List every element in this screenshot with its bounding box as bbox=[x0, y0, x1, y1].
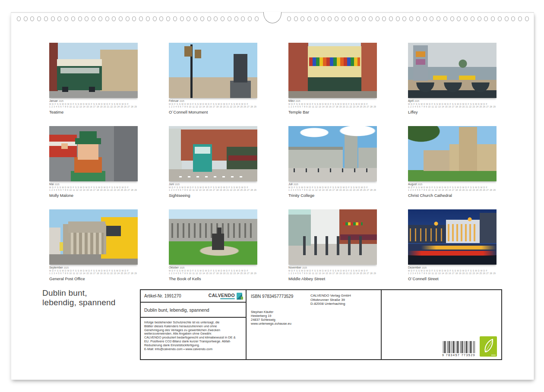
month-title: O´Connell Monument bbox=[169, 110, 257, 114]
photo-juni bbox=[169, 126, 257, 181]
binding-hole bbox=[300, 16, 304, 21]
binding-hole bbox=[139, 16, 143, 21]
isbn-text: ISBN 9783457773529 bbox=[251, 294, 293, 299]
binding-hole bbox=[396, 16, 400, 21]
binding-hole bbox=[294, 16, 298, 21]
binding-hole bbox=[498, 16, 502, 21]
photo-april bbox=[408, 43, 497, 98]
mini-calendar-days: 1 2 3 4 5 6 7 8 9 10 11 12 13 14 15 16 1… bbox=[408, 189, 497, 191]
binding-hole bbox=[241, 16, 245, 21]
calvendo-calendar-icon bbox=[237, 293, 242, 300]
binding-hole bbox=[221, 16, 225, 21]
month-name: Februar bbox=[169, 99, 179, 102]
binding-holes-right bbox=[287, 16, 529, 21]
month-year: 2025 bbox=[54, 183, 59, 186]
month-title: General Post Office bbox=[49, 276, 138, 281]
month-name: April bbox=[408, 99, 414, 102]
binding-hole bbox=[44, 16, 48, 21]
photo-juli bbox=[288, 126, 377, 181]
month-title: Liffey bbox=[408, 110, 497, 114]
binding-hole bbox=[436, 16, 440, 21]
binding-hole bbox=[105, 16, 109, 21]
month-name: Juni bbox=[169, 183, 174, 186]
binding-hole bbox=[234, 16, 238, 21]
binding-hole bbox=[355, 16, 359, 21]
binding-hole bbox=[173, 16, 177, 21]
binding-hole bbox=[159, 16, 163, 21]
imprint-middle-column: ISBN 9783457773529 CALVENDO Verlag GmbH … bbox=[247, 290, 382, 359]
month-name: März bbox=[288, 99, 294, 102]
month-name: August bbox=[408, 183, 417, 186]
binding-hole bbox=[57, 16, 61, 21]
binding-hole bbox=[248, 16, 252, 21]
photo-dezember bbox=[408, 209, 497, 265]
binding-hole bbox=[37, 16, 41, 21]
binding-hole bbox=[328, 16, 332, 21]
binding-hole bbox=[180, 16, 184, 21]
month-name: Mai bbox=[49, 183, 54, 186]
month-year: 2025 bbox=[59, 100, 63, 102]
month-cell: April2025 M D F S S M D M D F S S M D M … bbox=[408, 43, 497, 115]
mini-calendar-days: 1 2 3 4 5 6 7 8 9 10 11 12 13 14 15 16 1… bbox=[169, 105, 257, 108]
mini-calendar-days: 1 2 3 4 5 6 7 8 9 10 11 12 13 14 15 16 1… bbox=[288, 272, 377, 275]
binding-hole bbox=[369, 16, 373, 21]
binding-hole bbox=[409, 16, 413, 21]
month-cell: Oktober2025 M D F S S M D M D F S S M D … bbox=[169, 209, 257, 282]
month-name: September bbox=[49, 266, 63, 269]
binding-hole bbox=[200, 16, 204, 21]
photo-september bbox=[49, 209, 138, 265]
page-title: Dublin bunt, lebendig, spannend bbox=[42, 288, 115, 307]
legal-text: Infolge bestehender Schutzrechte ist es … bbox=[141, 318, 246, 359]
mini-calendar-days: 1 2 3 4 5 6 7 8 9 10 11 12 13 14 15 16 1… bbox=[49, 105, 138, 108]
month-year: 2025 bbox=[175, 183, 180, 186]
binding-hole bbox=[342, 16, 345, 21]
calvendo-logo-text: CALVENDO bbox=[209, 293, 235, 298]
month-name: Januar bbox=[49, 99, 58, 102]
binding-hole bbox=[457, 16, 461, 21]
binding-hole bbox=[362, 16, 366, 21]
month-title: Teatime bbox=[49, 110, 138, 114]
month-cell: Dezember2025 M D F S S M D M D F S S M D… bbox=[408, 209, 497, 282]
binding-hole bbox=[307, 16, 311, 21]
month-cell: November2025 M D F S S M D M D F S S M D… bbox=[288, 209, 377, 282]
binding-hole bbox=[484, 16, 488, 21]
binding-hole bbox=[511, 16, 515, 21]
binding-hole bbox=[478, 16, 481, 21]
calvendo-logo: CALVENDO bbox=[209, 293, 242, 300]
binding-hole bbox=[153, 16, 157, 21]
barcode-digits: 9 783457 773529 bbox=[442, 354, 475, 357]
binding-hole bbox=[255, 16, 259, 21]
binding-hole bbox=[193, 16, 197, 21]
mini-calendar-days: 1 2 3 4 5 6 7 8 9 10 11 12 13 14 15 16 1… bbox=[169, 189, 257, 191]
imprint-box: Artikel-Nr. 1991270 CALVENDO Dublin bunt… bbox=[140, 289, 502, 360]
binding-hole bbox=[471, 16, 474, 21]
month-cell: Februar2025 M D F S S M D M D F S S M D … bbox=[169, 43, 257, 115]
publisher-address: CALVENDO Verlag GmbH Ottobrunner Straße … bbox=[310, 294, 351, 306]
binding-hole bbox=[30, 16, 34, 21]
month-name: Juli bbox=[288, 183, 293, 186]
photo-maerz bbox=[288, 43, 377, 98]
mini-calendar-days: 1 2 3 4 5 6 7 8 9 10 11 12 13 14 15 16 1… bbox=[49, 272, 138, 275]
binding-hole bbox=[464, 16, 468, 21]
month-cell: August2025 M D F S S M D M D F S S M D M… bbox=[408, 126, 497, 199]
binding-hole bbox=[505, 16, 509, 21]
binding-hole bbox=[166, 16, 170, 21]
binding-hole bbox=[430, 16, 433, 21]
month-title: Molly Malone bbox=[49, 193, 138, 198]
month-title: Christ Church Cathedral bbox=[408, 193, 497, 198]
eco-logo: eco bbox=[480, 336, 497, 357]
imprint-right-column: 9 783457 773529 eco bbox=[382, 290, 501, 359]
calvendo-tagline-mark bbox=[220, 298, 235, 299]
mini-calendar-days: 1 2 3 4 5 6 7 8 9 10 11 12 13 14 15 16 1… bbox=[288, 105, 377, 108]
binding-hole bbox=[321, 16, 325, 21]
month-year: 2025 bbox=[302, 266, 307, 269]
month-cell: Juli2025 M D F S S M D M D F S S M D M D… bbox=[288, 126, 377, 199]
calendar-back-page-scan: { "calendar": { "year": "2025", "back_ti… bbox=[0, 0, 544, 392]
calendar-sheet: Januar2025 M D F S S M D M D F S S M D M… bbox=[11, 12, 534, 380]
binding-hole bbox=[64, 16, 68, 21]
month-title: Temple Bar bbox=[288, 110, 377, 114]
binding-hole bbox=[126, 16, 130, 21]
binding-hole bbox=[518, 16, 522, 21]
month-title: Sightseeing bbox=[169, 193, 257, 198]
month-year: 2025 bbox=[64, 266, 69, 269]
